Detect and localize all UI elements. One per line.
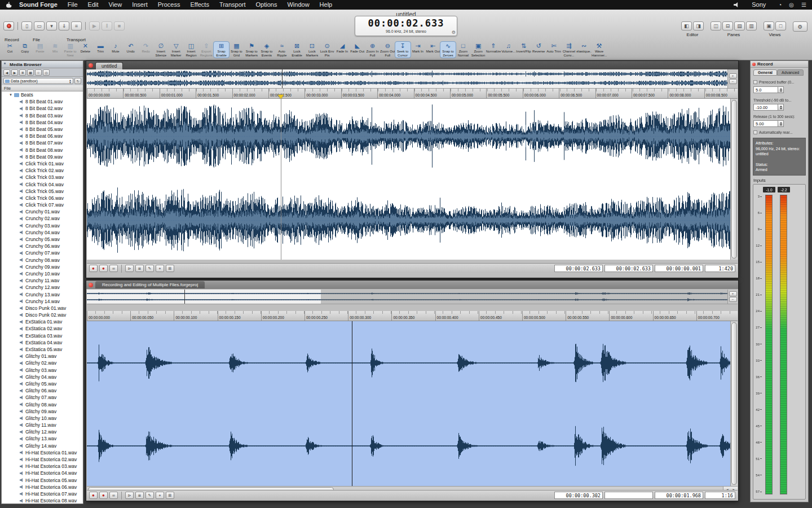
window-title-bar[interactable]: Recording and Editing of Multiple Files.… (86, 281, 738, 289)
save-button[interactable]: ▾ (46, 21, 57, 30)
tool-normalize[interactable]: ⇑Normalize (486, 42, 501, 58)
close-window-icon[interactable] (89, 283, 93, 287)
play-tool-button[interactable]: ⊳ (125, 265, 134, 272)
stop-button[interactable]: ■ (114, 21, 125, 30)
tool-snap-to-grid[interactable]: ▦Snap to Grid (229, 42, 244, 58)
media-file-item[interactable]: ExStatica 02.wav (2, 325, 83, 332)
tool-mute[interactable]: ♪Mute (108, 42, 123, 58)
media-file-item[interactable]: Glitchy 09.wav (2, 408, 83, 415)
tool-paste[interactable]: ▤Paste (33, 42, 48, 58)
tool-mark-out[interactable]: ⇤Mark Out (425, 42, 440, 58)
pencil-tool-button[interactable]: ✎ (145, 265, 154, 272)
tool-snap-to-zeroes[interactable]: ∿Snap to Zeroes (440, 42, 456, 58)
menu-file[interactable]: File (63, 0, 83, 10)
media-file-item[interactable]: Disco Punk 01.wav (2, 305, 83, 312)
media-file-item[interactable]: Click Trick 04.wav (2, 181, 83, 187)
volume-icon[interactable] (734, 2, 739, 7)
record-arm-button[interactable]: ● (89, 265, 98, 272)
time-display-settings-icon[interactable]: ⚙ (452, 30, 456, 35)
menu-options[interactable]: Options (251, 0, 283, 10)
media-file-item[interactable]: Crunchy 02.wav (2, 215, 83, 222)
media-file-item[interactable]: Crunchy 03.wav (2, 222, 83, 229)
media-file-item[interactable]: 8 Bit Beat 02.wav (2, 105, 83, 112)
menu-transport[interactable]: Transport (214, 0, 251, 10)
record-arm-button[interactable]: ● (89, 492, 98, 499)
tool-seek-to-cursor[interactable]: ↧Seek to Cursor (395, 42, 411, 58)
menu-window[interactable]: Window (282, 0, 314, 10)
media-file-item[interactable]: 8 Bit Beat 05.wav (2, 126, 83, 133)
media-file-item[interactable]: Crunchy 04.wav (2, 229, 83, 236)
tool-lastique[interactable]: ∾élastique... (576, 42, 592, 58)
editor-layout-button-0[interactable]: ◧ (681, 21, 692, 30)
media-file-item[interactable]: 8 Bit Beat 08.wav (2, 147, 83, 154)
media-file-item[interactable]: Hi-Hat Esoterica 01.wav (2, 449, 83, 456)
tool-mark-in[interactable]: ⇥Mark In (411, 42, 426, 58)
vertical-scrollbar[interactable] (730, 321, 738, 486)
tool-mix[interactable]: ≋Mix (47, 42, 63, 58)
notification-center-icon[interactable]: ☰ (801, 2, 806, 8)
media-file-item[interactable]: Crunchy 07.wav (2, 249, 83, 256)
menu-sony[interactable]: Sony (747, 0, 771, 10)
tool-insert-silence[interactable]: ∅Insert Silence (153, 42, 169, 58)
tool-snap-enable[interactable]: ⊞Snap Enable (214, 42, 229, 58)
media-file-item[interactable]: Disco Punk 02.wav (2, 312, 83, 318)
record-button[interactable]: ● (99, 492, 108, 499)
tool-export-regions[interactable]: ⇧Export Regions (198, 42, 214, 58)
tool-fade-out[interactable]: ◣Fade Out (350, 42, 365, 58)
tool-fade-in[interactable]: ◢Fade In (335, 42, 350, 58)
tab-advanced[interactable]: Advanced (777, 69, 804, 76)
selection-length-field[interactable]: 00:00:01.968 (655, 492, 703, 499)
media-file-item[interactable]: Crunchy 10.wav (2, 270, 83, 277)
media-file-item[interactable]: Hi-Hat Esoterica 05.wav (2, 477, 83, 484)
media-file-item[interactable]: Hi-Hat Esoterica 02.wav (2, 456, 83, 463)
loop-playback-button[interactable]: ∞ (109, 265, 118, 272)
media-file-item[interactable]: Hi-Hat Esoterica 07.wav (2, 491, 83, 497)
prerecord-checkbox[interactable] (753, 80, 757, 84)
media-file-item[interactable]: Hi-Hat Esoterica 03.wav (2, 463, 83, 470)
zoom-ratio-field[interactable]: 1:16 (705, 492, 735, 499)
media-file-item[interactable]: ExStatica 01.wav (2, 318, 83, 325)
media-file-item[interactable]: 8 Bit Beat 09.wav (2, 154, 83, 160)
media-file-item[interactable]: Glitchy 07.wav (2, 394, 83, 401)
cursor-position-field[interactable]: 00:00:02.633 (554, 265, 603, 272)
media-folder-item[interactable]: ▼Beats (2, 91, 83, 98)
tool-zoom-selection[interactable]: ▣Zoom Selection (471, 42, 486, 58)
waveform-view-selected[interactable] (87, 321, 738, 486)
tool-auto-trim[interactable]: ✄Auto Trim (546, 42, 562, 58)
threshold-value-field[interactable]: -10.00 (753, 104, 778, 111)
media-file-item[interactable]: Crunchy 12.wav (2, 284, 83, 291)
tool-zoom-out-full[interactable]: ⊖Zoom Out Full (380, 42, 395, 58)
media-file-item[interactable]: 8 Bit Beat 03.wav (2, 112, 83, 119)
open-button[interactable]: ▭ (34, 21, 45, 30)
prerecord-checkbox-row[interactable]: Prerecord buffer (0... (753, 80, 807, 84)
menu-effects[interactable]: Effects (185, 0, 214, 10)
media-file-item[interactable]: Click Trick 02.wav (2, 167, 83, 174)
media-file-item[interactable]: Glitchy 14.wav (2, 443, 83, 449)
media-file-item[interactable]: Click Trick 05.wav (2, 188, 83, 195)
overview-cursor[interactable] (184, 290, 185, 304)
settings-gear-button[interactable]: ⚙ (793, 21, 807, 32)
media-file-item[interactable]: Glitchy 11.wav (2, 422, 83, 428)
zoom-out-button[interactable]: − (729, 79, 737, 84)
record-button[interactable] (3, 21, 14, 30)
menu-edit[interactable]: Edit (83, 0, 104, 10)
media-file-item[interactable]: Click Trick 07.wav (2, 202, 83, 208)
media-file-item[interactable]: ExStatica 04.wav (2, 339, 83, 346)
media-file-item[interactable]: Click Trick 06.wav (2, 195, 83, 202)
list-tool-button[interactable]: ≣ (135, 492, 144, 499)
tool-cut[interactable]: ✂Cut (2, 42, 17, 58)
menu-sound-forge[interactable]: Sound Forge (14, 0, 63, 10)
overview-bar[interactable]: + − (87, 69, 738, 89)
panes-layout-button-1[interactable]: ⊟ (722, 21, 733, 30)
selection-length-field[interactable]: 00:00:00.001 (655, 265, 703, 272)
tool-reverse[interactable]: ↺Reverse (531, 42, 546, 58)
scrollbar-thumb[interactable] (731, 100, 737, 259)
menu-extras-icon[interactable]: ◔ (778, 2, 782, 8)
time-display[interactable]: 00:00:02.633 96.0 kHz, 24 bit, stereo ⚙ (355, 16, 457, 36)
media-file-item[interactable]: Crunchy 01.wav (2, 208, 83, 215)
scrollbar-thumb[interactable] (731, 322, 737, 485)
tool-lock-enable[interactable]: ⊠Lock Enable (289, 42, 304, 58)
play-tool-button[interactable]: ⊳ (125, 492, 134, 499)
refresh-button[interactable]: ↻ (74, 78, 81, 84)
tool-lock-markers[interactable]: ⊡Lock Markers (304, 42, 320, 58)
